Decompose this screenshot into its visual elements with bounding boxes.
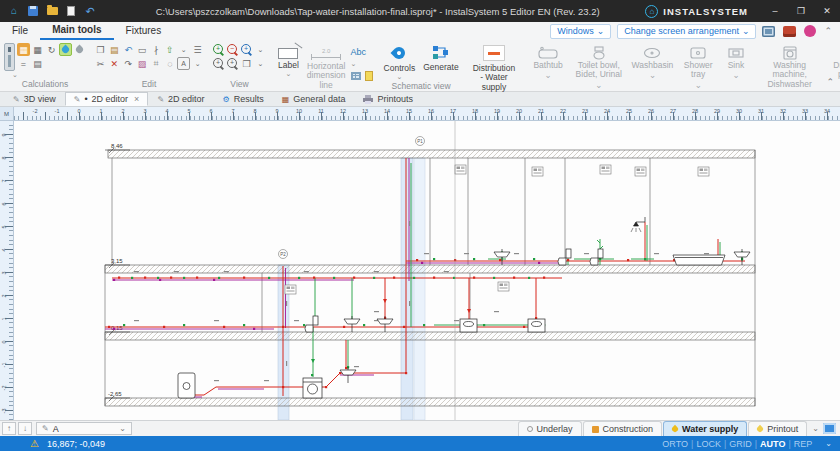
toilet-bidet-urinal-button[interactable]: Toilet bowl, Bidet, Urinal⌄: [570, 43, 628, 90]
sheet-up-button[interactable]: ↑: [2, 422, 16, 435]
more-tabs-icon[interactable]: ⌄: [808, 424, 823, 433]
close-button[interactable]: ✕: [814, 0, 840, 22]
doc-tab-2d-editor-active[interactable]: ✎ • 2D editor ×: [65, 92, 149, 106]
bottom-tab-construction[interactable]: Construction: [583, 421, 663, 436]
controls-button[interactable]: Controls ⌄: [381, 43, 419, 81]
sink-button[interactable]: Sink⌄: [719, 43, 753, 81]
paste-icon[interactable]: ▤: [108, 43, 121, 56]
zoom-dropdown-icon[interactable]: ⌄: [254, 43, 267, 56]
bottom-tab-printout[interactable]: Printout: [748, 421, 807, 436]
calculate-icon[interactable]: [4, 43, 15, 71]
washbasin-button[interactable]: Washbasin⌄: [628, 43, 678, 81]
riser-tag-label: P1: [417, 139, 423, 144]
document-tab-bar: ✎ 3D view ✎ • 2D editor × ✎ 2D editor ⚙ …: [0, 92, 840, 107]
restore-button[interactable]: ❐: [788, 0, 814, 22]
tab-fixtures[interactable]: Fixtures: [114, 23, 174, 39]
ruler-number: -2: [33, 108, 38, 114]
ribbon-collapse-icon[interactable]: ⌃: [826, 77, 834, 87]
zoom-all-icon[interactable]: [212, 57, 225, 70]
doc-tab-general-data[interactable]: ▦ General data: [273, 92, 355, 106]
toggle-lock[interactable]: LOCK: [696, 439, 721, 449]
select-rect-icon[interactable]: ▭: [136, 43, 149, 56]
copy-icon[interactable]: ❐: [94, 43, 107, 56]
horizontal-dimension-button[interactable]: 2.0 Horizontal dimension line ⌄: [304, 43, 349, 98]
undo-icon[interactable]: ↶: [84, 5, 96, 17]
doc-tab-3d-view[interactable]: ✎ 3D view: [4, 92, 65, 106]
other-mode-icon[interactable]: [73, 43, 86, 56]
generate-button[interactable]: Generate: [420, 43, 461, 74]
level-label: 3,15: [111, 258, 123, 264]
app-home-icon[interactable]: ⌂: [8, 5, 20, 17]
toggle-grid[interactable]: GRID: [729, 439, 752, 449]
minimize-button[interactable]: –: [762, 0, 788, 22]
undo-edit-icon[interactable]: ↶: [122, 43, 135, 56]
toggle-rep[interactable]: REP: [794, 439, 813, 449]
zoom-selection-icon[interactable]: [226, 57, 239, 70]
connect-icon[interactable]: ⌗: [150, 57, 163, 70]
schematic-drawing[interactable]: 8,46 3,15 0,15 -2,65 P1 P2: [14, 121, 840, 420]
toggle-orto[interactable]: ORTO: [662, 439, 688, 449]
note-icon[interactable]: [365, 71, 373, 81]
warning-icon[interactable]: ⚠: [30, 438, 39, 449]
help-icon[interactable]: [804, 25, 816, 37]
horizontal-ruler[interactable]: -2-1012345678910111213141516171819202122…: [14, 107, 840, 121]
library-icon[interactable]: [783, 26, 796, 37]
doc-tab-results[interactable]: ⚙ Results: [214, 92, 273, 106]
drawing-canvas[interactable]: M -2-10123456789101112131415161718192021…: [0, 107, 840, 420]
redo-icon[interactable]: ↷: [122, 57, 135, 70]
more-edit-icon[interactable]: ⌄: [177, 43, 190, 56]
dimension-line-icon: 2.0: [311, 48, 341, 60]
open-folder-icon[interactable]: [46, 5, 58, 17]
close-tab-icon[interactable]: ×: [134, 94, 139, 104]
cut-icon[interactable]: ✂: [94, 57, 107, 70]
ruler-number: 3: [143, 108, 146, 114]
sheet-down-button[interactable]: ↓: [18, 422, 32, 435]
zoom-in-icon[interactable]: [212, 43, 225, 56]
delete-icon[interactable]: ✕: [108, 57, 121, 70]
building-icon[interactable]: ▦: [31, 43, 44, 56]
abc-text-button[interactable]: Abc ⌄: [351, 46, 373, 68]
screen-layout-icon[interactable]: [762, 26, 775, 37]
save-icon[interactable]: [27, 5, 39, 17]
calculations-dropdown-icon[interactable]: ⌄: [4, 71, 86, 79]
doc-tab-2d-editor[interactable]: ✎ 2D editor: [148, 92, 213, 106]
shower-tray-button[interactable]: Shower tray⌄: [677, 43, 719, 90]
snap-icon[interactable]: ∤: [150, 43, 163, 56]
layers-icon[interactable]: ☰: [191, 43, 204, 56]
collapse-ribbon-icon[interactable]: ⌃: [824, 26, 832, 36]
text-style-dropdown-icon[interactable]: ⌄: [191, 57, 204, 70]
doc-tab-printouts[interactable]: Printouts: [354, 92, 422, 106]
refresh-icon[interactable]: ↻: [45, 43, 58, 56]
new-file-icon[interactable]: [65, 5, 77, 17]
worksheet-selector[interactable]: ✎ A ⌄: [36, 422, 132, 435]
pan-icon[interactable]: ❒: [240, 57, 253, 70]
water-supply-mode-icon[interactable]: [59, 43, 72, 56]
riser-columns[interactable]: [278, 158, 425, 420]
export-icon[interactable]: ▦: [17, 43, 30, 56]
ribbon-tab-bar: File Main tools Fixtures Windows⌄ Change…: [0, 22, 840, 40]
view-more-icon[interactable]: ⌄: [254, 57, 267, 70]
screen-arrangement-button[interactable]: Change screen arrangement⌄: [617, 24, 756, 39]
rotate-icon[interactable]: ◌: [163, 57, 176, 70]
status-chevron-icon[interactable]: ⌄: [825, 439, 832, 448]
list-icon[interactable]: ▤: [31, 57, 44, 70]
equals-icon[interactable]: =: [17, 57, 30, 70]
tab-file[interactable]: File: [0, 23, 40, 39]
washing-machine-dishwasher-button[interactable]: Washing machine, Dishwasher⌄: [753, 43, 827, 99]
format-paint-icon[interactable]: ▨: [136, 57, 149, 70]
bottom-tab-water-supply[interactable]: Water supply: [663, 421, 747, 436]
vertical-ruler[interactable]: -3-2-10123456789: [0, 121, 14, 420]
windows-menu-button[interactable]: Windows⌄: [550, 24, 611, 39]
bathtub-button[interactable]: Bathtub⌄: [526, 43, 570, 81]
bottom-tab-underlay[interactable]: Underlay: [518, 421, 582, 436]
text-style-icon[interactable]: A: [177, 57, 190, 70]
toggle-auto[interactable]: AUTO: [760, 439, 785, 449]
zoom-out-icon[interactable]: [226, 43, 239, 56]
zoom-window-icon[interactable]: [240, 43, 253, 56]
fixtures[interactable]: [178, 217, 750, 398]
screen-sync-icon[interactable]: [823, 423, 836, 434]
table-icon[interactable]: [351, 72, 361, 80]
tab-main-tools[interactable]: Main tools: [40, 22, 113, 40]
move-up-icon[interactable]: ⇧: [163, 43, 176, 56]
label-button[interactable]: Label ⌄: [275, 43, 302, 78]
